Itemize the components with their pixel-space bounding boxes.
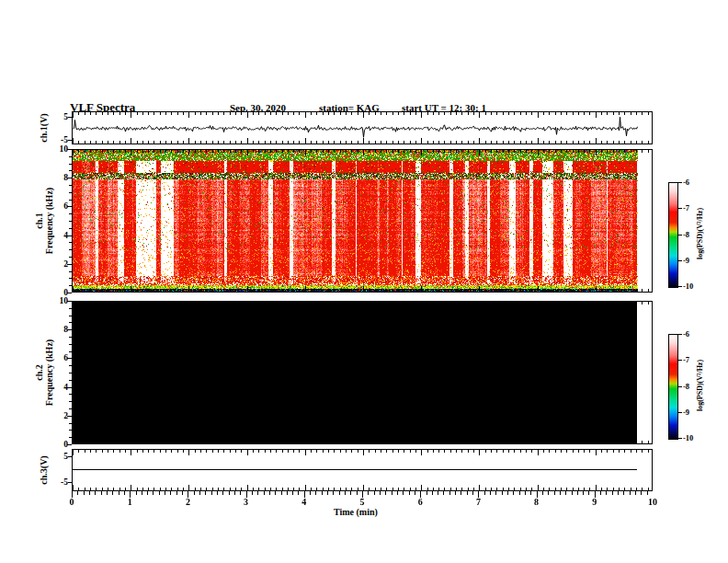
colorbar-tick-label: -7 (683, 204, 703, 213)
y-tick-mark (68, 482, 72, 483)
x-tick-label: 0 (62, 498, 82, 507)
y-minor-tick-mark (69, 213, 72, 214)
x-tick-label: 8 (527, 498, 547, 507)
y-minor-tick-mark (69, 185, 72, 186)
y-minor-tick-mark (69, 322, 72, 323)
colorbar-tick-label: -8 (683, 383, 703, 391)
y-tick-label: 6 (48, 201, 68, 211)
y-minor-tick-mark (69, 351, 72, 352)
y-minor-tick-mark (69, 373, 72, 373)
y-tick-label: 10 (48, 144, 68, 154)
y-tick-mark (67, 206, 72, 207)
y-minor-tick-mark (69, 285, 72, 286)
colorbar-tick-label: -9 (683, 257, 703, 265)
y-tick-label: 5 (48, 112, 68, 121)
colorbar-tick-mark (677, 182, 682, 183)
x-tick-label: 10 (643, 498, 663, 507)
x-tick-label: 1 (119, 498, 140, 507)
y-tick-mark (67, 178, 72, 178)
y-tick-mark (67, 387, 72, 388)
y-minor-tick-mark (69, 278, 72, 279)
y-tick-mark (67, 236, 72, 236)
y-minor-tick-mark (69, 200, 72, 201)
colorbar-tick-mark (677, 286, 682, 287)
vlf-spectra-plot: VLF Spectra Sep. 30, 2020 station= KAG s… (0, 0, 728, 563)
colorbar-tick-mark (677, 386, 682, 387)
time-axis-title: Time (min) (334, 507, 378, 517)
y-minor-tick-mark (69, 228, 72, 229)
y-tick-mark (67, 329, 72, 330)
ch3-waveform-panel (72, 449, 653, 491)
ch2-frequency-unit-label: Frequency (kHz) (44, 339, 54, 406)
y-minor-tick-mark (69, 423, 72, 424)
ch1-spectrogram-panel (72, 149, 653, 293)
y-minor-tick-mark (69, 308, 72, 309)
y-minor-tick-mark (69, 221, 72, 222)
y-tick-label: 2 (48, 411, 68, 420)
colorbar-tick-mark (677, 260, 682, 261)
y-tick-label: -5 (48, 135, 68, 144)
y-tick-label: 8 (48, 325, 68, 334)
y-minor-tick-mark (69, 249, 72, 250)
y-minor-tick-mark (69, 156, 72, 157)
y-tick-label: 8 (48, 173, 68, 182)
colorbar-tick-label: -8 (683, 231, 703, 239)
ch1-frequency-axis-title: ch.1 Frequency (kHz) (34, 188, 54, 254)
y-tick-label: 4 (48, 383, 68, 392)
colorbar-tick-mark (677, 412, 682, 413)
y-minor-tick-mark (69, 271, 72, 272)
y-minor-tick-mark (69, 430, 72, 431)
y-minor-tick-mark (69, 365, 72, 366)
x-tick-label: 7 (468, 498, 488, 507)
y-tick-label: 6 (48, 353, 68, 362)
y-tick-mark (67, 416, 72, 417)
y-tick-label: 0 (48, 440, 68, 449)
y-tick-mark (67, 149, 72, 150)
y-tick-mark (68, 140, 72, 141)
ch2-spectrogram-canvas (73, 302, 652, 443)
colorbar-tick-label: -10 (683, 434, 703, 442)
y-tick-mark (67, 293, 72, 293)
y-tick-label: 5 (48, 452, 68, 461)
colorbar-tick-label: -7 (683, 356, 703, 364)
y-tick-label: 2 (48, 259, 68, 269)
y-minor-tick-mark (69, 401, 72, 402)
y-tick-label: 4 (48, 231, 68, 240)
y-minor-tick-mark (69, 394, 72, 395)
x-tick-label: 5 (352, 498, 372, 507)
colorbar-tick-mark (677, 438, 682, 439)
ch1-waveform-panel (72, 111, 653, 144)
y-tick-mark (67, 301, 72, 302)
y-tick-mark (67, 358, 72, 359)
y-minor-tick-mark (69, 437, 72, 438)
y-minor-tick-mark (69, 337, 72, 338)
y-minor-tick-mark (69, 380, 72, 381)
colorbar-tick-label: -9 (683, 408, 703, 417)
colorbar-tick-label: -6 (683, 178, 703, 187)
y-minor-tick-mark (69, 257, 72, 258)
y-tick-label: -5 (48, 477, 68, 487)
ch3-voltage-axis-title: ch.3(V) (39, 455, 49, 484)
colorbar-tick-mark (677, 235, 682, 236)
y-minor-tick-mark (69, 408, 72, 409)
ch1-label: ch.1 (34, 188, 44, 254)
colorbar-tick-label: -10 (683, 282, 703, 291)
x-tick-label: 3 (236, 498, 256, 507)
ch1-frequency-unit-label: Frequency (kHz) (44, 188, 54, 254)
ch2-label: ch.2 (34, 339, 44, 406)
colorbar-tick-mark (677, 208, 682, 209)
y-minor-tick-mark (69, 344, 72, 345)
y-tick-mark (67, 444, 72, 445)
colorbar-tick-label: -6 (683, 330, 703, 339)
y-minor-tick-mark (69, 170, 72, 171)
x-tick-label: 2 (177, 498, 198, 507)
y-tick-mark (68, 456, 72, 457)
x-tick-label: 6 (410, 498, 430, 507)
ch2-frequency-axis-title: ch.2 Frequency (kHz) (34, 339, 54, 406)
colorbar-tick-mark (677, 334, 682, 335)
y-minor-tick-mark (69, 192, 72, 193)
y-minor-tick-mark (69, 242, 72, 243)
ch1-voltage-axis-title: ch.1(V) (39, 113, 49, 142)
y-minor-tick-mark (69, 316, 72, 316)
ch1-waveform-canvas (73, 112, 652, 144)
